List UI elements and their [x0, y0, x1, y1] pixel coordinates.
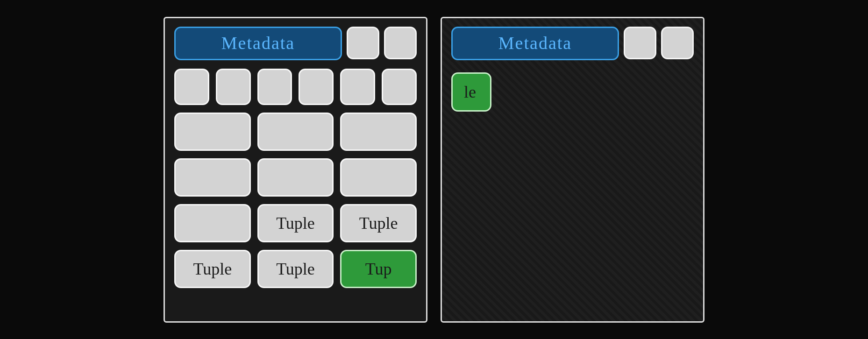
- page-left-row-1: [174, 69, 417, 105]
- page-left: Metadata Tuple Tuple T: [164, 17, 427, 323]
- tuple-slot: Tuple: [340, 204, 417, 242]
- page-right-body: le: [451, 69, 694, 112]
- slot: [216, 69, 251, 105]
- slot: [340, 69, 375, 105]
- tuple-slot-spanning-end: le: [451, 72, 491, 112]
- slot: [299, 69, 334, 105]
- slot: [174, 113, 251, 151]
- page-left-row-5: Tuple Tuple Tup: [174, 250, 417, 288]
- slot: [174, 69, 209, 105]
- slot: [340, 113, 417, 151]
- tuple-slot-spanning-start: Tup: [340, 250, 417, 288]
- header-slot-left-2: [384, 27, 417, 59]
- page-right-header: Metadata: [451, 27, 694, 60]
- header-slot-right-2: [661, 27, 694, 59]
- slot: [257, 69, 292, 105]
- slot: [257, 158, 334, 197]
- metadata-bar-right: Metadata: [451, 27, 619, 60]
- tuple-slot: Tuple: [257, 250, 334, 288]
- tuple-slot: Tuple: [257, 204, 334, 242]
- page-left-row-3: [174, 158, 417, 197]
- page-right: Metadata le: [441, 17, 704, 323]
- page-left-row-2: [174, 113, 417, 151]
- header-slot-left-1: [347, 27, 379, 59]
- metadata-bar-left: Metadata: [174, 27, 342, 60]
- slot: [174, 158, 251, 197]
- diagram-stage: Metadata Tuple Tuple T: [0, 0, 868, 339]
- slot: [340, 158, 417, 197]
- page-left-row-4: Tuple Tuple: [174, 204, 417, 242]
- header-slot-right-1: [624, 27, 656, 59]
- slot: [382, 69, 417, 105]
- slot: [257, 113, 334, 151]
- page-left-header: Metadata: [174, 27, 417, 60]
- tuple-slot: Tuple: [174, 250, 251, 288]
- slot: [174, 204, 251, 242]
